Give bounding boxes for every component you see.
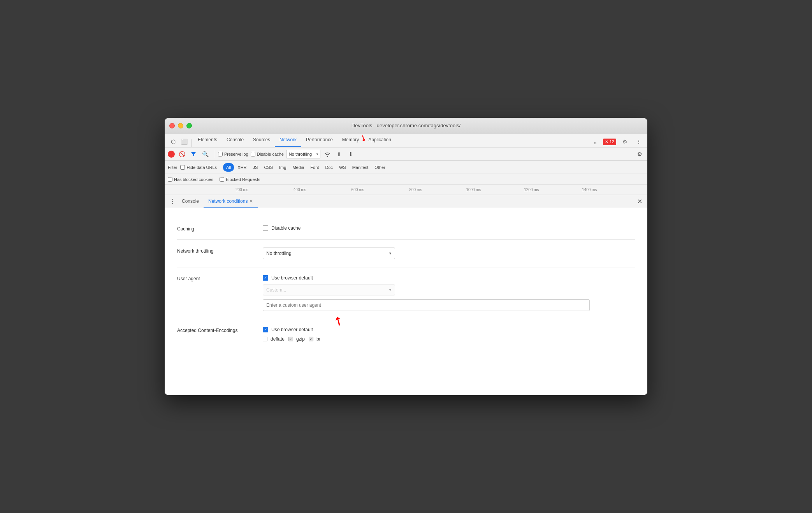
network-settings-btn[interactable]: ⚙ — [635, 149, 644, 159]
gzip-label[interactable]: gzip — [288, 336, 305, 342]
caching-section: Caching Disable cache — [177, 218, 635, 240]
tab-separator — [191, 139, 192, 147]
filter-button[interactable] — [189, 149, 198, 159]
blocked-requests-label[interactable]: Blocked Requests — [220, 177, 260, 182]
tab-network[interactable]: Network — [275, 133, 301, 147]
custom-ua-input[interactable] — [263, 299, 590, 311]
filter-xhr-btn[interactable]: XHR — [235, 163, 249, 172]
disable-cache-nc-checkbox[interactable] — [263, 225, 268, 231]
titlebar: DevTools - developer.chrome.com/tags/dev… — [165, 118, 647, 134]
bottom-panel: ⋮ Console Network conditions ✕ ✕ Caching… — [165, 195, 647, 395]
error-badge: ✕ 12 — [603, 139, 616, 145]
filter-font-btn[interactable]: Font — [308, 163, 322, 172]
encoding-row: deflate gzip br — [263, 336, 635, 342]
settings-gear-btn[interactable]: ⚙ — [619, 136, 630, 147]
filter-doc-btn[interactable]: Doc — [322, 163, 336, 172]
filter-other-btn[interactable]: Other — [372, 163, 388, 172]
bottom-tab-close-btn[interactable]: ✕ — [249, 199, 253, 204]
filter-manifest-btn[interactable]: Manifest — [350, 163, 371, 172]
br-label[interactable]: br — [309, 336, 321, 342]
tab-elements[interactable]: Elements — [193, 133, 222, 147]
customize-btn[interactable]: ⋮ — [633, 136, 644, 147]
more-tabs-btn[interactable]: » — [591, 139, 600, 147]
caching-controls: Disable cache — [263, 225, 635, 231]
upload-btn[interactable]: ⬆ — [334, 149, 344, 159]
preserve-log-label[interactable]: Preserve log — [218, 152, 248, 156]
blocked-row: Has blocked cookies Blocked Requests — [165, 174, 647, 185]
device-icon-btn[interactable]: ⬜ — [179, 136, 190, 147]
filter-all-btn[interactable]: All — [223, 163, 234, 172]
bottom-tab-console[interactable]: Console — [177, 195, 204, 208]
tick-600: 600 ms — [352, 188, 364, 192]
hide-data-urls-checkbox[interactable] — [180, 165, 185, 170]
deflate-checkbox[interactable] — [263, 337, 267, 341]
blocked-cookies-label[interactable]: Has blocked cookies — [168, 177, 213, 182]
caching-label: Caching — [177, 225, 247, 232]
tick-800: 800 ms — [409, 188, 422, 192]
block-button[interactable]: 🚫 — [177, 149, 186, 159]
minimize-button[interactable] — [178, 123, 183, 128]
error-icon: ✕ — [605, 139, 608, 144]
user-agent-controls: Use browser default Custom... ▼ — [263, 275, 635, 311]
tick-1400: 1400 ms — [582, 188, 597, 192]
cursor-icon-btn[interactable]: ⬡ — [168, 136, 179, 147]
custom-ua-select-wrapper: Custom... ▼ — [263, 285, 395, 295]
devtools-window: DevTools - developer.chrome.com/tags/dev… — [165, 118, 647, 395]
accepted-encodings-section: Accepted Content-Encodings Use browser d… — [177, 319, 635, 350]
tab-sources[interactable]: Sources — [248, 133, 275, 147]
close-button[interactable] — [169, 123, 175, 128]
bottom-panel-tabs: ⋮ Console Network conditions ✕ ✕ — [165, 195, 647, 208]
download-btn[interactable]: ⬇ — [346, 149, 355, 159]
search-button[interactable]: 🔍 — [200, 149, 210, 159]
tick-400: 400 ms — [294, 188, 306, 192]
tab-performance[interactable]: Performance — [301, 133, 337, 147]
tick-1000: 1000 ms — [466, 188, 481, 192]
use-browser-default-ua-label[interactable]: Use browser default — [263, 275, 635, 281]
br-checkbox[interactable] — [309, 337, 313, 341]
filter-ws-btn[interactable]: WS — [336, 163, 349, 172]
network-throttling-section: Network throttling No throttling Fast 3G… — [177, 240, 635, 267]
use-browser-default-ua-checkbox[interactable] — [263, 275, 268, 281]
record-button[interactable] — [168, 151, 175, 158]
blocked-requests-checkbox[interactable] — [220, 177, 224, 182]
preserve-log-checkbox[interactable] — [218, 152, 223, 156]
user-agent-label: User agent — [177, 275, 247, 281]
wifi-conditions-btn[interactable] — [323, 149, 332, 159]
accepted-encodings-controls: Use browser default ➘ deflate gzip — [263, 327, 635, 342]
throttling-controls: No throttling Fast 3G Slow 3G Offline Cu… — [263, 248, 635, 259]
tab-console[interactable]: Console — [222, 133, 248, 147]
custom-ua-select[interactable]: Custom... — [263, 285, 395, 295]
throttling-nc-select[interactable]: No throttling Fast 3G Slow 3G Offline Cu… — [263, 248, 395, 259]
tab-memory[interactable]: Memory ➘ — [337, 133, 364, 147]
filter-bar: Filter Hide data URLs All XHR JS CSS Img… — [165, 161, 647, 174]
network-conditions-content: Caching Disable cache Network throttling — [165, 208, 647, 395]
bottom-tab-network-conditions[interactable]: Network conditions ✕ — [204, 195, 258, 208]
toolbar-right: ✕ 12 ⚙ ⋮ — [603, 136, 644, 147]
hide-data-urls-label[interactable]: Hide data URLs — [180, 165, 217, 170]
main-tabs-bar: ⬡ ⬜ Elements Console Sources Network Per… — [165, 134, 647, 148]
filter-media-btn[interactable]: Media — [290, 163, 307, 172]
maximize-button[interactable] — [186, 123, 192, 128]
disable-cache-label[interactable]: Disable cache — [251, 152, 284, 156]
use-browser-default-enc-checkbox[interactable] — [263, 327, 268, 332]
deflate-label[interactable]: deflate — [263, 336, 285, 342]
throttling-select[interactable]: No throttling Fast 3G Slow 3G Offline — [286, 150, 320, 158]
tick-1200: 1200 ms — [524, 188, 539, 192]
filter-js-btn[interactable]: JS — [250, 163, 261, 172]
gzip-checkbox[interactable] — [288, 337, 293, 341]
use-browser-default-enc-label[interactable]: Use browser default ➘ — [263, 327, 635, 332]
traffic-lights — [169, 123, 192, 128]
accepted-encodings-label: Accepted Content-Encodings — [177, 327, 247, 333]
disable-cache-nc-label[interactable]: Disable cache — [263, 225, 635, 231]
filter-css-btn[interactable]: CSS — [261, 163, 276, 172]
throttling-nc-select-wrapper: No throttling Fast 3G Slow 3G Offline Cu… — [263, 248, 395, 259]
network-throttling-label: Network throttling — [177, 248, 247, 254]
filter-types: All XHR JS CSS Img Media Font Doc WS Man… — [223, 163, 388, 172]
panel-menu-btn[interactable]: ⋮ — [168, 197, 177, 206]
disable-cache-checkbox[interactable] — [251, 152, 255, 156]
close-panel-btn[interactable]: ✕ — [635, 197, 644, 206]
filter-img-btn[interactable]: Img — [276, 163, 289, 172]
blocked-cookies-checkbox[interactable] — [168, 177, 172, 182]
user-agent-section: User agent Use browser default Custom...… — [177, 267, 635, 319]
toolbar-sep-1 — [214, 150, 214, 158]
